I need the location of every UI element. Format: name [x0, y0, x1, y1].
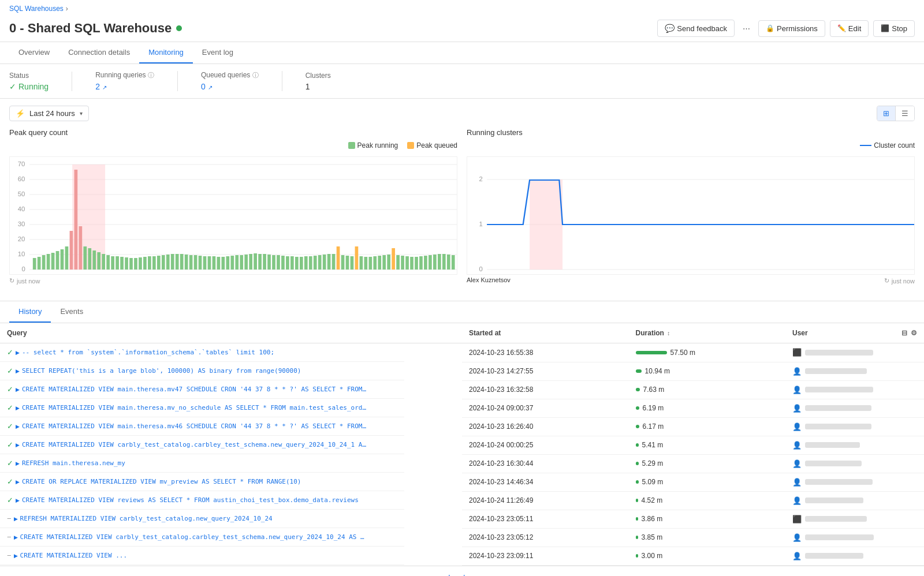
table-row[interactable]: ✓ ▶ CREATE MATERIALIZED VIEW carbly_test… [0, 436, 924, 454]
expand-icon[interactable]: ▶ [16, 479, 20, 485]
more-menu-button[interactable]: ⋯ [739, 21, 754, 36]
user-icon: ⬛ [792, 515, 802, 523]
table-row[interactable]: ✓ ▶ CREATE OR REPLACE MATERIALIZED VIEW … [0, 473, 924, 491]
duration-cell: 3.85 m [629, 528, 785, 547]
tab-monitoring[interactable]: Monitoring [139, 42, 193, 63]
table-row[interactable]: − ▶ CREATE MATERIALIZED VIEW carbly_test… [0, 528, 924, 547]
stop-button[interactable]: ⬛ Stop [873, 20, 915, 37]
query-text[interactable]: CREATE MATERIALIZED VIEW main.theresa.mv… [22, 386, 368, 393]
svg-rect-85 [346, 256, 349, 270]
status-icon: ✓ [7, 440, 13, 449]
queued-queries-link[interactable]: 0 ↗ [201, 82, 213, 91]
svg-rect-36 [120, 257, 124, 270]
stat-running-queries-value: 2 ↗ [95, 82, 154, 91]
svg-rect-74 [295, 257, 299, 270]
svg-rect-40 [139, 257, 142, 270]
svg-rect-108 [452, 255, 455, 270]
peak-query-legend: Peak running Peak queued [348, 141, 457, 149]
expand-icon[interactable]: ▶ [16, 461, 20, 466]
svg-rect-47 [171, 254, 174, 270]
tab-overview[interactable]: Overview [9, 42, 59, 63]
query-text[interactable]: SELECT REPEAT('this is a large blob', 10… [22, 367, 301, 375]
time-filter-row: ⚡ Last 24 hours ▾ ⊞ ☰ [9, 106, 915, 121]
user-cell: 👤 [785, 473, 924, 491]
svg-rect-86 [351, 256, 354, 270]
table-row[interactable]: ✓ ▶ SELECT REPEAT('this is a large blob'… [0, 362, 924, 380]
expand-icon[interactable]: ▶ [14, 553, 18, 559]
user-icon: 👤 [792, 533, 802, 542]
tab-event-log[interactable]: Event log [193, 42, 243, 63]
svg-rect-80 [323, 255, 326, 270]
expand-icon[interactable]: ▶ [16, 368, 20, 374]
grid-icon: ⊞ [883, 109, 889, 118]
running-clusters-timestamp: ↻ just now [884, 277, 915, 285]
breadcrumb-link[interactable]: SQL Warehouses [9, 5, 64, 13]
settings-icon[interactable]: ⚙ [911, 329, 917, 337]
running-clusters-chart: Running clusters Cluster count 0 1 2 [467, 128, 915, 285]
svg-rect-81 [327, 254, 331, 270]
table-row[interactable]: ✓ ▶ CREATE MATERIALIZED VIEW main.theres… [0, 380, 924, 399]
legend-color-cluster [860, 145, 871, 146]
expand-icon[interactable]: ▶ [16, 442, 20, 448]
user-cell: 👤 [785, 528, 924, 547]
running-queries-link[interactable]: 2 ↗ [95, 82, 107, 91]
table-row[interactable]: ✓ ▶ CREATE MATERIALIZED VIEW main.theres… [0, 399, 924, 417]
expand-icon[interactable]: ▶ [16, 405, 20, 411]
table-row[interactable]: ✓ ▶ REFRESH main.theresa.new_my 2024-10-… [0, 454, 924, 473]
legend-peak-running: Peak running [348, 141, 398, 149]
query-text[interactable]: CREATE OR REPLACE MATERIALIZED VIEW mv_p… [22, 478, 301, 485]
expand-icon[interactable]: ▶ [16, 387, 20, 392]
info-icon-queued: ⓘ [252, 72, 259, 78]
history-tabs: History Events [0, 301, 924, 323]
load-more-button[interactable]: ⌄ Load more [440, 573, 485, 577]
expand-icon[interactable]: ▶ [16, 350, 20, 356]
list-view-button[interactable]: ☰ [896, 106, 914, 121]
stat-running-queries: Running queries ⓘ 2 ↗ [95, 71, 178, 91]
started-at-cell: 2024-10-23 23:05:12 [462, 528, 629, 547]
running-clusters-chart-title: Running clusters [467, 128, 915, 137]
expand-icon[interactable]: ▶ [14, 534, 18, 540]
table-row[interactable]: − ▶ CREATE MATERIALIZED VIEW ... 2024-10… [0, 547, 924, 565]
query-text[interactable]: CREATE MATERIALIZED VIEW carbly_test_cat… [22, 441, 368, 448]
tab-history[interactable]: History [9, 301, 51, 323]
table-row[interactable]: ✓ ▶ CREATE MATERIALIZED VIEW main.theres… [0, 417, 924, 436]
svg-rect-101 [419, 256, 423, 270]
permissions-button[interactable]: 🔒 Permissions [758, 20, 825, 37]
svg-rect-103 [429, 255, 432, 270]
time-filter-dropdown[interactable]: ⚡ Last 24 hours ▾ [9, 106, 89, 121]
svg-rect-87 [355, 246, 359, 270]
col-duration[interactable]: Duration ↕ [629, 323, 785, 343]
expand-icon[interactable]: ▶ [16, 498, 20, 503]
query-text[interactable]: REFRESH main.theresa.new_my [22, 459, 125, 467]
legend-cluster-count: Cluster count [860, 141, 915, 149]
query-text[interactable]: CREATE MATERIALIZED VIEW reviews AS SELE… [22, 496, 359, 504]
feedback-button[interactable]: 💬 Send feedback [657, 20, 735, 37]
svg-rect-20 [47, 254, 50, 270]
query-text[interactable]: CREATE MATERIALIZED VIEW main.theresa.mv… [22, 404, 368, 412]
query-text[interactable]: CREATE MATERIALIZED VIEW ... [20, 552, 127, 559]
expand-icon[interactable]: ▶ [14, 516, 18, 522]
svg-rect-62 [240, 255, 243, 270]
svg-rect-24 [65, 246, 69, 270]
svg-text:0: 0 [21, 266, 25, 272]
filter-icon[interactable]: ⊟ [901, 329, 907, 337]
query-text[interactable]: CREATE MATERIALIZED VIEW main.theresa.mv… [22, 422, 368, 430]
history-section: History Events Query Started at Duration… [0, 301, 924, 576]
tab-connection-details[interactable]: Connection details [59, 42, 139, 63]
grid-view-button[interactable]: ⊞ [877, 106, 896, 121]
svg-rect-97 [401, 256, 404, 270]
svg-rect-73 [290, 256, 294, 270]
table-row[interactable]: ✓ ▶ -- select * from `system`.`informati… [0, 343, 924, 362]
query-cell: − ▶ CREATE MATERIALIZED VIEW ... [0, 547, 404, 565]
tab-events[interactable]: Events [51, 301, 92, 323]
edit-button[interactable]: ✏️ Edit [830, 20, 869, 37]
query-text[interactable]: REFRESH MATERIALIZED VIEW carbly_test_ca… [20, 515, 273, 522]
table-row[interactable]: ✓ ▶ CREATE MATERIALIZED VIEW reviews AS … [0, 491, 924, 510]
status-icon: ✓ [7, 366, 13, 375]
svg-rect-106 [442, 254, 446, 270]
table-row[interactable]: − ▶ REFRESH MATERIALIZED VIEW carbly_tes… [0, 510, 924, 528]
query-text[interactable]: -- select * from `system`.`information_s… [22, 349, 274, 356]
query-text[interactable]: CREATE MATERIALIZED VIEW carbly_test_cat… [20, 533, 367, 541]
started-at-cell: 2024-10-23 23:09:11 [462, 547, 629, 565]
expand-icon[interactable]: ▶ [16, 424, 20, 429]
